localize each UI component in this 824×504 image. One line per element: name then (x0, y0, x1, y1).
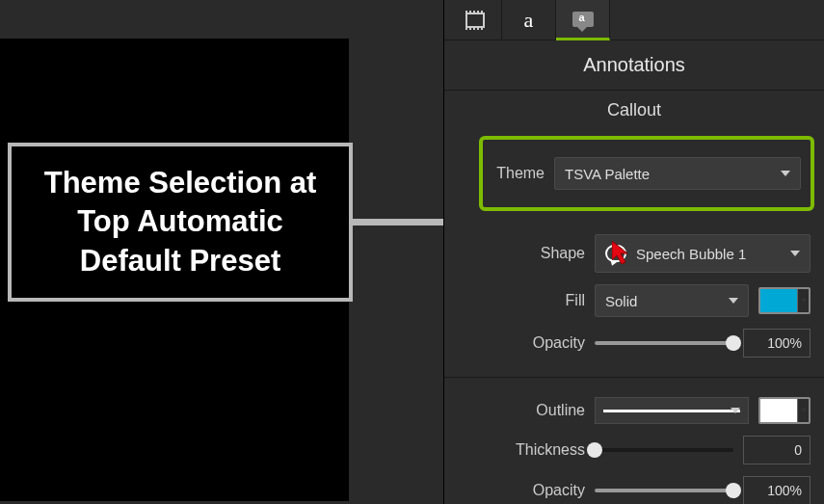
fill-color (760, 289, 797, 312)
annotation-icon: a (572, 12, 594, 27)
chevron-down-icon (731, 408, 740, 413)
speech-bubble-icon (605, 245, 626, 262)
chevron-down-icon (797, 289, 809, 312)
outline-row: Outline (479, 391, 824, 430)
outline-opacity-value[interactable]: 100% (743, 476, 811, 504)
outline-color (760, 399, 797, 422)
callout-text[interactable]: Theme Selection at Top Automatic Default… (23, 164, 337, 280)
shape-dropdown[interactable]: Speech Bubble 1 (595, 234, 811, 273)
thickness-slider[interactable] (595, 448, 733, 452)
section-title: Callout (444, 90, 824, 130)
shape-row: Shape Speech Bubble 1 (479, 228, 824, 279)
fill-row: Fill Solid (479, 279, 824, 323)
panel-title: Annotations (444, 40, 824, 90)
theme-dropdown[interactable]: TSVA Palette (554, 157, 801, 190)
fill-color-swatch[interactable] (758, 287, 811, 314)
tab-text[interactable]: a (502, 0, 556, 40)
shape-value: Speech Bubble 1 (636, 246, 746, 262)
fill-label: Fill (479, 292, 585, 309)
properties-panel: a a Annotations Callout Theme TSVA Palet… (443, 0, 824, 504)
outline-color-swatch[interactable] (758, 397, 811, 424)
properties-tabs: a a (444, 0, 824, 40)
divider (444, 377, 824, 378)
tab-annotations[interactable]: a (556, 0, 610, 40)
fill-value: Solid (605, 293, 637, 309)
theme-label: Theme (483, 165, 545, 182)
outline-opacity-slider[interactable] (595, 489, 733, 492)
fill-dropdown[interactable]: Solid (595, 284, 749, 317)
shape-label: Shape (479, 245, 585, 262)
thickness-label: Thickness (479, 441, 585, 459)
thickness-value[interactable]: 0 (743, 436, 811, 464)
outline-opacity-label: Opacity (479, 482, 585, 499)
text-glyph: a (524, 8, 534, 33)
chevron-down-icon (781, 171, 790, 176)
chevron-down-icon (790, 251, 800, 256)
theme-value: TSVA Palette (565, 166, 650, 182)
outline-preview-line (603, 410, 740, 412)
outline-opacity-row: Opacity 100% (479, 470, 824, 504)
canvas-area[interactable]: Theme Selection at Top Automatic Default… (0, 0, 443, 504)
chevron-down-icon (797, 399, 809, 422)
outline-style-dropdown[interactable] (595, 397, 749, 424)
outline-label: Outline (479, 402, 585, 419)
fill-opacity-label: Opacity (479, 334, 585, 352)
canvas-content[interactable]: Theme Selection at Top Automatic Default… (0, 39, 349, 501)
fill-opacity-row: Opacity 100% (479, 323, 824, 363)
theme-highlight-box: Theme TSVA Palette (479, 136, 814, 211)
chevron-down-icon (729, 298, 738, 304)
film-icon (465, 13, 485, 28)
fill-opacity-slider[interactable] (595, 341, 733, 345)
tab-media[interactable] (448, 0, 502, 40)
callout-box[interactable]: Theme Selection at Top Automatic Default… (8, 143, 353, 302)
fill-opacity-value[interactable]: 100% (743, 329, 811, 358)
thickness-row: Thickness 0 (479, 430, 824, 470)
